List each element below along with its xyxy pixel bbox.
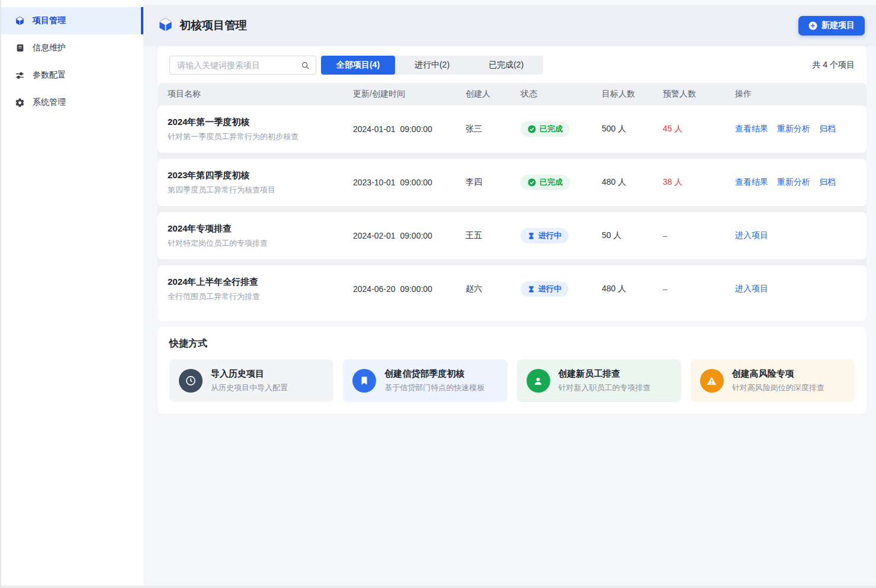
quick-action-desc: 从历史项目中导入配置 [211,383,288,393]
project-name: 2024年专项排查 [168,223,353,234]
plus-circle-icon [808,21,817,30]
window-top-strip [143,0,876,5]
gear-icon [15,98,25,108]
enter-project-link[interactable]: 进入项目 [735,230,768,241]
project-name: 2024年上半年全行排查 [168,277,353,288]
col-header-name: 项目名称 [168,89,353,99]
project-time: 2024-02-01 09:00:00 [353,231,466,240]
quick-actions-card: 快捷方式 导入历史项目 从历史项目中导入配置 创建信贷 [158,327,867,414]
sliders-icon [15,70,25,81]
warning-count: 45 人 [663,124,735,134]
sidebar-item-info-maintenance[interactable]: 信息维护 [1,34,143,62]
archive-link[interactable]: 归档 [819,177,836,188]
tab-all-projects[interactable]: 全部项目(4) [321,56,395,75]
sidebar-item-label: 信息维护 [33,43,66,53]
view-results-link[interactable]: 查看结果 [735,177,768,188]
project-search-box [169,56,316,75]
table-row: 2023年第四季度初核 第四季度员工异常行为核查项目 2023-10-01 09… [158,159,867,206]
project-time: 2024-06-20 09:00:00 [353,284,466,294]
col-header-target: 目标人数 [602,89,663,99]
sidebar-item-project-management[interactable]: 项目管理 [1,7,143,34]
clock-icon [179,369,203,393]
warning-count: – [663,284,735,294]
project-time: 2023-10-01 09:00:00 [353,178,466,187]
hourglass-icon [528,285,535,293]
toolbar: 全部项目(4) 进行中(2) 已完成(2) 共 4 个项目 [158,56,867,75]
project-description: 第四季度员工异常行为核查项目 [168,185,353,195]
warning-count: – [663,231,735,240]
quick-action-high-risk-special[interactable]: 创建高风险专项 针对高风险岗位的深度排查 [691,359,855,402]
table-row: 2024年第一季度初核 针对第一季度员工异常行为的初步核查 2024-01-01… [158,105,867,153]
content-area: 全部项目(4) 进行中(2) 已完成(2) 共 4 个项目 项目名称 更新/创建… [143,46,876,586]
quick-action-title: 创建新员工排查 [559,368,651,380]
page-title-cube-icon [158,17,174,34]
quick-action-title: 创建高风险专项 [732,368,824,380]
sidebar-item-system-management[interactable]: 系统管理 [1,89,143,116]
status-badge-running: 进行中 [521,281,569,297]
status-badge-running: 进行中 [521,228,569,243]
col-header-status: 状态 [521,89,602,99]
tab-completed[interactable]: 已完成(2) [469,56,543,75]
target-count: 480 人 [602,284,663,294]
table-row: 2024年上半年全行排查 全行范围员工异常行为排查 2024-06-20 09:… [158,265,867,313]
quick-action-desc: 基于信贷部门特点的快速模板 [384,383,484,393]
project-creator: 李四 [466,177,521,188]
sidebar-item-label: 参数配置 [33,70,66,81]
quick-action-desc: 针对高风险岗位的深度排查 [732,383,824,393]
quick-action-title: 导入历史项目 [211,368,288,380]
main-area: 初核项目管理 新建项目 全部项目(4) 进行中(2) 已完 [143,0,876,586]
col-header-time: 更新/创建时间 [353,89,466,99]
archive-link[interactable]: 归档 [819,124,836,134]
check-circle-icon [528,125,536,133]
quick-action-new-employee-screening[interactable]: 创建新员工排查 针对新入职员工的专项排查 [517,359,681,402]
quick-action-title: 创建信贷部季度初核 [384,368,484,380]
cube-icon [15,16,25,26]
status-filter-tabs: 全部项目(4) 进行中(2) 已完成(2) [321,56,543,75]
project-name: 2024年第一季度初核 [168,117,353,128]
document-icon [15,43,25,53]
tab-in-progress[interactable]: 进行中(2) [395,56,469,75]
enter-project-link[interactable]: 进入项目 [735,284,768,294]
sidebar-item-label: 项目管理 [33,15,66,26]
table-row: 2024年专项排查 针对特定岗位员工的专项排查 2024-02-01 09:00… [158,212,867,259]
project-description: 全行范围员工异常行为排查 [168,291,353,302]
quick-action-credit-dept-review[interactable]: 创建信贷部季度初核 基于信贷部门特点的快速模板 [343,359,507,402]
warning-triangle-icon [700,369,724,393]
quick-actions-title: 快捷方式 [169,338,855,350]
projects-table: 项目名称 更新/创建时间 创建人 状态 目标人数 预警人数 操作 2024年第一… [158,83,867,313]
project-creator: 王五 [466,230,521,241]
reanalyze-link[interactable]: 重新分析 [777,124,810,134]
view-results-link[interactable]: 查看结果 [735,124,768,134]
project-creator: 赵六 [466,284,521,294]
sidebar-item-parameter-config[interactable]: 参数配置 [1,62,143,89]
bookmark-icon [352,369,376,393]
hourglass-icon [528,232,535,240]
reanalyze-link[interactable]: 重新分析 [777,177,810,188]
project-time: 2024-01-01 09:00:00 [353,124,466,134]
quick-action-desc: 针对新入职员工的专项排查 [559,383,651,393]
project-description: 针对特定岗位员工的专项排查 [168,238,353,249]
new-project-button[interactable]: 新建项目 [798,16,865,36]
page-title: 初核项目管理 [179,18,247,33]
sidebar: 项目管理 信息维护 参数配置 系统管理 [1,0,143,586]
check-circle-icon [528,178,536,187]
search-input[interactable] [177,60,301,70]
project-creator: 张三 [466,124,521,134]
projects-card: 全部项目(4) 进行中(2) 已完成(2) 共 4 个项目 项目名称 更新/创建… [158,46,867,321]
target-count: 500 人 [602,124,663,134]
project-description: 针对第一季度员工异常行为的初步核查 [168,131,353,142]
table-header-row: 项目名称 更新/创建时间 创建人 状态 目标人数 预警人数 操作 [158,83,867,105]
status-badge-completed: 已完成 [521,121,570,137]
project-total-count: 共 4 个项目 [812,60,855,70]
sidebar-item-label: 系统管理 [33,97,66,108]
page-header: 初核项目管理 新建项目 [143,5,876,46]
target-count: 50 人 [602,230,663,241]
col-header-actions: 操作 [735,89,867,99]
user-icon [527,369,550,393]
search-icon[interactable] [301,61,310,70]
target-count: 480 人 [602,177,663,188]
quick-action-import-history[interactable]: 导入历史项目 从历史项目中导入配置 [169,359,333,402]
col-header-creator: 创建人 [466,89,521,99]
status-badge-completed: 已完成 [521,175,570,190]
warning-count: 38 人 [663,177,735,188]
